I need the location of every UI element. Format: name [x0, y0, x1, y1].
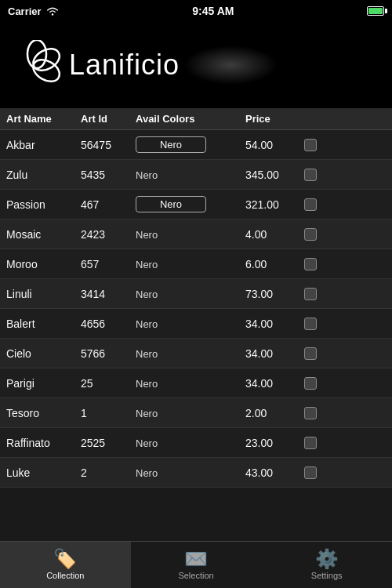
cell-id: 25 [81, 377, 136, 390]
color-pill: Nero [136, 196, 206, 212]
color-label: Nero [136, 348, 158, 360]
cell-price: 321.00 [245, 198, 304, 211]
cell-price: 4.00 [245, 228, 304, 241]
app-header: Lanificio [0, 22, 392, 108]
cell-color: Nero [136, 228, 245, 241]
color-label: Nero [136, 169, 158, 181]
color-label: Nero [136, 437, 158, 449]
tab-collection[interactable]: 🏷️ Collection [0, 542, 131, 588]
cell-checkbox[interactable] [304, 347, 320, 360]
col-header-price: Price [245, 113, 304, 125]
logo-blur-decoration [183, 45, 278, 85]
cell-id: 4656 [81, 318, 136, 330]
cell-checkbox[interactable] [304, 169, 320, 181]
row-checkbox[interactable] [304, 228, 317, 241]
cell-checkbox[interactable] [304, 466, 320, 479]
cell-checkbox[interactable] [304, 288, 320, 300]
cell-id: 3414 [81, 288, 136, 300]
color-label: Nero [136, 378, 158, 390]
cell-price: 345.00 [245, 169, 304, 181]
cell-id: 5435 [81, 169, 136, 181]
cell-color: Nero [136, 136, 245, 153]
cell-checkbox[interactable] [304, 228, 320, 241]
row-checkbox[interactable] [304, 198, 317, 211]
table-row[interactable]: Luke 2 Nero 43.00 [0, 458, 392, 488]
cell-checkbox[interactable] [304, 258, 320, 270]
row-checkbox[interactable] [304, 169, 317, 181]
product-table: Art Name Art Id Avail Colors Price Akbar… [0, 108, 392, 541]
table-row[interactable]: Balert 4656 Nero 34.00 [0, 309, 392, 339]
row-checkbox[interactable] [304, 347, 317, 360]
cell-price: 73.00 [245, 288, 304, 300]
cell-name: Tesoro [6, 407, 81, 419]
cell-id: 56475 [81, 139, 136, 151]
battery-body [367, 6, 384, 16]
table-row[interactable]: Raffinato 2525 Nero 23.00 [0, 428, 392, 458]
cell-checkbox[interactable] [304, 139, 320, 151]
cell-color: Nero [136, 407, 245, 419]
status-bar: Carrier 9:45 AM [0, 0, 392, 22]
cell-price: 23.00 [245, 437, 304, 449]
cell-name: Luke [6, 466, 81, 479]
cell-id: 5766 [81, 347, 136, 360]
col-header-select [304, 113, 320, 125]
cell-color: Nero [136, 347, 245, 360]
cell-color: Nero [136, 169, 245, 181]
battery-fill [368, 8, 383, 14]
table-row[interactable]: Passion 467 Nero 321.00 [0, 190, 392, 220]
row-checkbox[interactable] [304, 377, 317, 390]
cell-name: Passion [6, 198, 81, 211]
row-checkbox[interactable] [304, 318, 317, 330]
cell-color: Nero [136, 196, 245, 212]
cell-price: 34.00 [245, 347, 304, 360]
table-row[interactable]: Cielo 5766 Nero 34.00 [0, 339, 392, 368]
row-checkbox[interactable] [304, 139, 317, 151]
table-row[interactable]: Zulu 5435 Nero 345.00 [0, 160, 392, 190]
row-checkbox[interactable] [304, 288, 317, 300]
table-row[interactable]: Moroo 657 Nero 6.00 [0, 249, 392, 279]
color-label: Nero [136, 229, 158, 241]
table-row[interactable]: Akbar 56475 Nero 54.00 [0, 130, 392, 160]
tab-collection-label: Collection [46, 571, 84, 580]
tag-icon: 🏷️ [53, 550, 77, 568]
cell-checkbox[interactable] [304, 437, 320, 449]
cell-checkbox[interactable] [304, 407, 320, 419]
logo-text: Lanificio [69, 49, 180, 82]
cell-name: Raffinato [6, 437, 81, 449]
col-header-colors: Avail Colors [136, 113, 245, 125]
carrier-info: Carrier [8, 5, 60, 18]
tab-settings-label: Settings [311, 571, 343, 580]
row-checkbox[interactable] [304, 258, 317, 270]
logo-flower-icon [12, 40, 63, 91]
status-time: 9:45 AM [192, 5, 234, 17]
cell-checkbox[interactable] [304, 377, 320, 390]
tab-bar: 🏷️ Collection ✉️ Selection ⚙️ Settings [0, 541, 392, 588]
color-label: Nero [136, 289, 158, 300]
table-row[interactable]: Linuli 3414 Nero 73.00 [0, 279, 392, 309]
cell-id: 657 [81, 258, 136, 270]
cell-name: Cielo [6, 347, 81, 360]
cell-name: Balert [6, 318, 81, 330]
cell-checkbox[interactable] [304, 318, 320, 330]
cell-name: Linuli [6, 288, 81, 300]
table-body: Akbar 56475 Nero 54.00 Zulu 5435 Nero 34… [0, 130, 392, 488]
cell-id: 2525 [81, 437, 136, 449]
cell-id: 467 [81, 198, 136, 211]
table-row[interactable]: Parigi 25 Nero 34.00 [0, 368, 392, 398]
cell-color: Nero [136, 466, 245, 479]
cell-color: Nero [136, 258, 245, 270]
cell-checkbox[interactable] [304, 198, 320, 211]
row-checkbox[interactable] [304, 407, 317, 419]
cell-id: 1 [81, 407, 136, 419]
cell-price: 2.00 [245, 407, 304, 419]
cell-price: 43.00 [245, 466, 304, 479]
row-checkbox[interactable] [304, 437, 317, 449]
table-row[interactable]: Tesoro 1 Nero 2.00 [0, 398, 392, 428]
tab-settings[interactable]: ⚙️ Settings [261, 542, 392, 588]
row-checkbox[interactable] [304, 466, 317, 479]
tab-selection[interactable]: ✉️ Selection [131, 542, 262, 588]
tab-selection-label: Selection [178, 571, 213, 580]
cell-color: Nero [136, 288, 245, 300]
cell-price: 34.00 [245, 377, 304, 390]
table-row[interactable]: Mosaic 2423 Nero 4.00 [0, 220, 392, 249]
